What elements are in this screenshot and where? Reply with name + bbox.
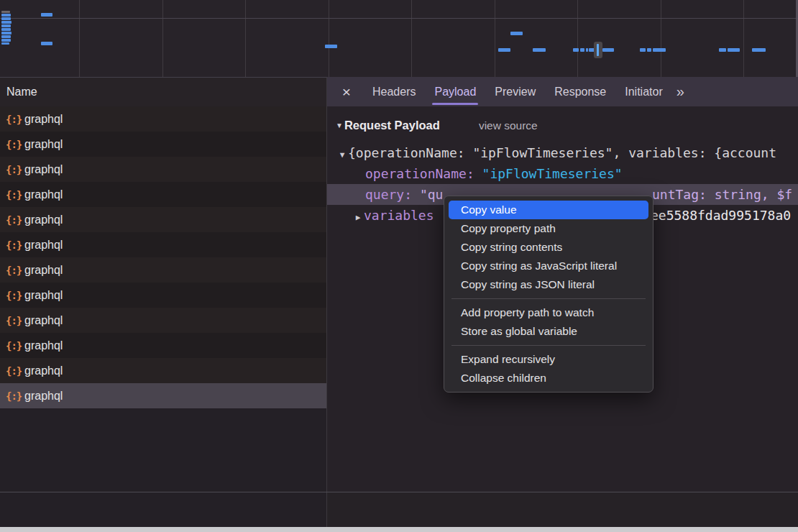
request-row[interactable]: {:} graphql: [0, 358, 326, 383]
json-braces-icon: {:}: [6, 239, 24, 251]
context-menu-item[interactable]: Collapse children: [449, 369, 648, 387]
json-row-operation-name[interactable]: operationName: "ipFlowTimeseries": [327, 163, 798, 184]
waterfall-request-bar: [1, 11, 10, 13]
json-root-row[interactable]: ▼{operationName: "ipFlowTimeseries", var…: [327, 142, 798, 163]
summary-bar-divider: [0, 492, 798, 492]
waterfall-request-bar: [1, 14, 11, 17]
context-menu-item[interactable]: Copy string contents: [449, 238, 648, 257]
variables-preview-fragment: ee5588fdad995178a0: [651, 205, 791, 226]
waterfall-request-bar: [1, 21, 12, 24]
request-row[interactable]: {:} graphql: [0, 157, 326, 182]
tab-headers[interactable]: Headers: [363, 77, 425, 106]
property-value-left-fragment: "qu: [420, 187, 444, 202]
context-menu-item[interactable]: Copy string as JSON literal: [449, 275, 648, 294]
context-menu: Copy valueCopy property pathCopy string …: [444, 196, 653, 393]
request-row[interactable]: {:} graphql: [0, 283, 326, 308]
request-row[interactable]: {:} graphql: [0, 333, 326, 358]
context-menu-item[interactable]: Copy value: [449, 201, 648, 219]
json-braces-icon: {:}: [6, 189, 24, 201]
view-source-link[interactable]: view source: [479, 119, 538, 132]
tab-initiator[interactable]: Initiator: [615, 77, 671, 106]
timeline-gridline: [162, 0, 163, 77]
waterfall-request-bar: [325, 45, 337, 48]
timeline-gridline: [661, 0, 661, 77]
timeline-gridline: [495, 0, 495, 77]
request-row[interactable]: {:} graphql: [0, 132, 326, 157]
request-name-label: graphql: [24, 289, 63, 302]
timeline-gridline: [329, 0, 329, 77]
request-name-label: graphql: [24, 163, 63, 176]
property-key: operationName:: [365, 166, 474, 181]
waterfall-request-bar: [647, 48, 651, 52]
json-braces-icon: {:}: [6, 340, 24, 352]
tab-preview[interactable]: Preview: [485, 77, 545, 106]
waterfall-request-bar: [586, 48, 588, 52]
json-braces-icon: {:}: [6, 265, 24, 276]
request-row[interactable]: {:} graphql: [0, 207, 326, 232]
more-tabs-icon[interactable]: »: [677, 83, 684, 100]
json-braces-icon: {:}: [6, 315, 24, 326]
close-icon[interactable]: ×: [336, 83, 357, 101]
request-row[interactable]: {:} graphql: [0, 383, 326, 408]
timeline-marker-line: [597, 44, 599, 56]
property-value-right-fragment: untTag: string, $f: [652, 184, 792, 205]
collapse-triangle-icon[interactable]: ▼: [336, 121, 343, 129]
devtools-network-panel: Name × HeadersPayloadPreviewResponseInit…: [0, 0, 798, 532]
waterfall-request-bar: [719, 48, 726, 52]
json-braces-icon: {:}: [6, 164, 24, 175]
timeline-gridline: [0, 18, 798, 19]
json-braces-icon: {:}: [6, 365, 24, 377]
context-menu-item[interactable]: Expand recursively: [449, 350, 648, 369]
timeline-gridline: [743, 0, 744, 77]
json-braces-icon: {:}: [6, 390, 24, 402]
context-menu-item[interactable]: Copy property path: [449, 219, 648, 238]
context-menu-item[interactable]: Add property path to watch: [449, 303, 648, 322]
waterfall-request-bar: [41, 42, 52, 45]
waterfall-request-bar: [533, 48, 546, 52]
request-name-label: graphql: [24, 364, 63, 377]
request-row[interactable]: {:} graphql: [0, 182, 326, 207]
waterfall-request-bar: [510, 32, 523, 35]
request-name-label: graphql: [24, 214, 63, 226]
waterfall-request-bar: [580, 48, 584, 52]
timeline-hover-marker: [594, 42, 602, 58]
waterfall-request-bar: [1, 28, 11, 31]
section-title: Request Payload: [344, 119, 440, 132]
column-header-name[interactable]: Name: [0, 77, 327, 106]
json-braces-icon: {:}: [6, 139, 24, 150]
request-row[interactable]: {:} graphql: [0, 106, 326, 132]
request-row[interactable]: {:} graphql: [0, 232, 326, 257]
timeline-gridline: [245, 0, 246, 77]
network-overview-timeline[interactable]: [0, 0, 798, 77]
request-list-empty-area: [0, 408, 327, 527]
tab-response[interactable]: Response: [545, 77, 615, 106]
json-braces-icon: {:}: [6, 114, 24, 125]
request-row[interactable]: {:} graphql: [0, 308, 326, 333]
tab-payload[interactable]: Payload: [425, 77, 485, 106]
json-braces-icon: {:}: [6, 214, 24, 226]
request-name-label: graphql: [24, 264, 63, 277]
request-row[interactable]: {:} graphql: [0, 257, 326, 283]
waterfall-request-bar: [640, 48, 646, 52]
waterfall-request-bar: [1, 39, 11, 42]
request-list: {:} graphql {:} graphql {:} graphql {:} …: [0, 106, 327, 408]
waterfall-request-bar: [1, 17, 11, 20]
request-name-label: graphql: [24, 188, 63, 201]
waterfall-request-bar: [1, 32, 12, 35]
detail-tab-bar: × HeadersPayloadPreviewResponseInitiator…: [327, 77, 798, 106]
timeline-gridline: [79, 0, 80, 77]
context-menu-item[interactable]: Store as global variable: [449, 322, 648, 341]
waterfall-request-bar: [1, 35, 11, 38]
expand-triangle-icon[interactable]: ▶: [352, 207, 364, 228]
request-name-label: graphql: [24, 390, 63, 403]
waterfall-request-bar: [1, 24, 11, 27]
request-name-label: graphql: [24, 339, 63, 352]
context-menu-item[interactable]: Copy string as JavaScript literal: [449, 257, 648, 275]
waterfall-request-bar: [728, 48, 740, 52]
waterfall-request-bar: [498, 48, 510, 52]
request-name-label: graphql: [24, 314, 63, 327]
property-key: query:: [365, 187, 412, 202]
collapse-triangle-icon[interactable]: ▼: [336, 145, 348, 165]
window-bottom-edge: [0, 527, 798, 532]
property-value: "ipFlowTimeseries": [482, 166, 623, 181]
